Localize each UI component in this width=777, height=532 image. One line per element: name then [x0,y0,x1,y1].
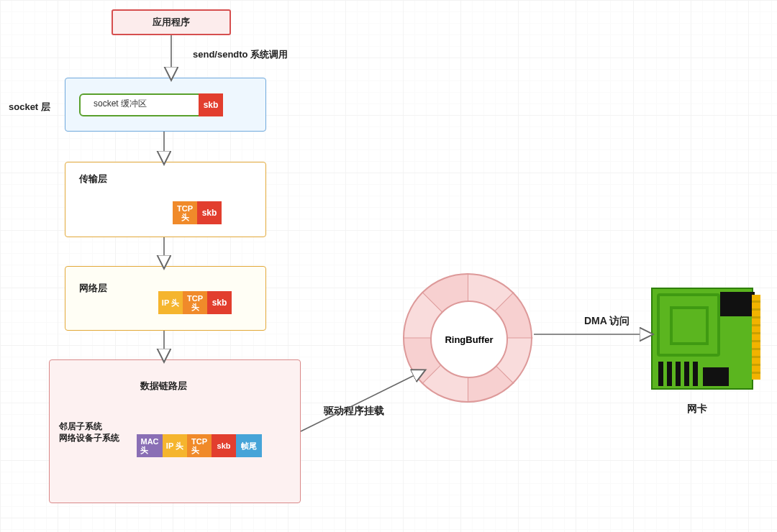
driver-mount-label: 驱动程序挂载 [324,405,384,418]
nic-card-icon [651,288,759,392]
tcp-header-cell-1: TCP 头 [173,201,197,224]
application-box: 应用程序 [112,9,231,35]
datalink-title: 数据链路层 [140,380,187,393]
ringbuffer-label: RingBuffer [430,301,508,378]
transport-title: 传输层 [79,173,107,185]
ringbuffer-widget: RingBuffer [403,273,532,403]
tcp-header-cell-2: TCP 头 [183,291,207,314]
nic-chip-2 [703,367,729,386]
skb-cell-network: skb [207,291,232,314]
skb-cell-transport: skb [197,201,222,224]
nic-chip-1 [720,292,755,316]
arrow-datalink-to-ringbuffer [301,374,417,431]
datalink-subsystems: 邻居子系统 网络设备子系统 [59,421,119,444]
frame-tail-cell: 帧尾 [236,434,262,457]
dma-label: DMA 访问 [584,315,630,328]
tcp-header-cell-3: TCP 头 [187,434,212,457]
skb-cell-socket: skb [199,93,223,116]
nic-label: 网卡 [687,403,707,416]
socket-buffer-label: socket 缓冲区 [94,98,147,110]
nic-trace-inner [670,306,709,345]
skb-cell-datalink: skb [212,434,236,457]
diagram-stage: socket 层 应用程序 send/sendto 系统调用 socket 缓冲… [0,0,777,532]
nic-vent [658,362,700,386]
ip-header-cell-1: IP 头 [158,291,183,314]
send-call-label: send/sendto 系统调用 [193,48,288,61]
network-title: 网络层 [79,282,107,295]
socket-layer-label: socket 层 [9,101,50,114]
mac-header-cell: MAC 头 [137,434,163,457]
nic-gold-fingers [752,295,760,380]
ip-header-cell-2: IP 头 [163,434,187,457]
